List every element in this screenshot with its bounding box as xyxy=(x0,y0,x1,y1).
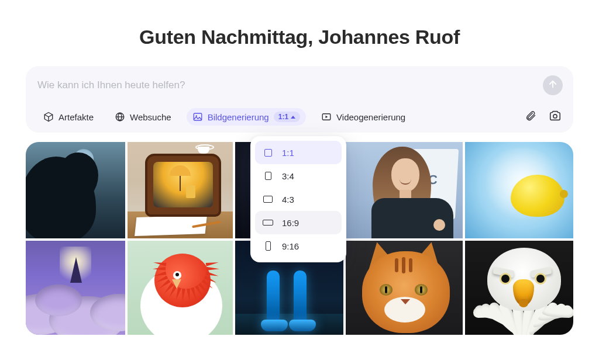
arrow-up-icon xyxy=(548,79,558,92)
gallery-tile[interactable] xyxy=(465,142,573,238)
camera-button[interactable] xyxy=(548,109,563,124)
aspect-ratio-option-16-9[interactable]: 16:9 xyxy=(255,211,342,234)
tool-video-generation[interactable]: Videogenerierung xyxy=(315,108,411,126)
prompt-input[interactable] xyxy=(37,79,543,91)
svg-rect-2 xyxy=(194,113,202,120)
attach-button[interactable] xyxy=(523,109,538,124)
camera-icon xyxy=(549,109,562,124)
cube-icon xyxy=(43,112,54,122)
ratio-4-3-icon xyxy=(262,193,274,205)
tool-artifacts[interactable]: Artefakte xyxy=(37,108,99,126)
aspect-ratio-badge-label: 1:1 xyxy=(278,113,288,121)
ratio-9-16-icon xyxy=(262,240,274,252)
image-icon xyxy=(192,112,203,122)
ratio-1-1-icon xyxy=(262,147,274,158)
greeting-heading: Guten Nachmittag, Johannes Ruof xyxy=(0,26,599,48)
tool-image-generation-label: Bildgenerierung xyxy=(208,112,269,122)
ratio-3-4-icon xyxy=(262,170,274,182)
svg-point-3 xyxy=(195,115,197,116)
gallery-tile[interactable] xyxy=(26,241,125,335)
prompt-container: Artefakte Websuche Bildgenerierung 1:1 xyxy=(26,66,573,133)
aspect-ratio-option-9-16[interactable]: 9:16 xyxy=(255,234,342,258)
aspect-ratio-option-label: 3:4 xyxy=(282,171,294,181)
aspect-ratio-option-label: 9:16 xyxy=(282,241,299,251)
aspect-ratio-badge[interactable]: 1:1 xyxy=(274,112,300,122)
gallery-tile[interactable] xyxy=(346,142,463,238)
video-play-icon xyxy=(321,112,332,122)
aspect-ratio-option-label: 16:9 xyxy=(282,218,299,228)
tool-websearch-label: Websuche xyxy=(130,112,171,122)
tool-row: Artefakte Websuche Bildgenerierung 1:1 xyxy=(37,108,563,126)
svg-point-5 xyxy=(553,115,557,118)
gallery-tile[interactable] xyxy=(26,142,125,238)
aspect-ratio-option-label: 4:3 xyxy=(282,195,294,204)
aspect-ratio-option-3-4[interactable]: 3:4 xyxy=(255,164,342,188)
send-button[interactable] xyxy=(543,75,563,95)
aspect-ratio-option-1-1[interactable]: 1:1 xyxy=(255,141,342,164)
gallery-tile[interactable] xyxy=(346,241,463,335)
tool-artifacts-label: Artefakte xyxy=(58,112,94,122)
paperclip-icon xyxy=(525,110,536,124)
gallery-tile[interactable] xyxy=(465,241,573,335)
aspect-ratio-option-label: 1:1 xyxy=(282,148,294,158)
aspect-ratio-dropdown: 1:1 3:4 4:3 16:9 9:16 xyxy=(250,136,346,262)
caret-up-icon xyxy=(291,116,295,119)
tool-video-generation-label: Videogenerierung xyxy=(336,112,405,122)
tool-websearch[interactable]: Websuche xyxy=(109,108,177,126)
tool-image-generation[interactable]: Bildgenerierung 1:1 xyxy=(187,108,306,126)
ratio-16-9-icon xyxy=(262,217,274,228)
gallery-tile[interactable] xyxy=(128,241,233,335)
globe-icon xyxy=(115,112,125,122)
gallery-tile[interactable] xyxy=(128,142,233,238)
aspect-ratio-option-4-3[interactable]: 4:3 xyxy=(255,188,342,211)
